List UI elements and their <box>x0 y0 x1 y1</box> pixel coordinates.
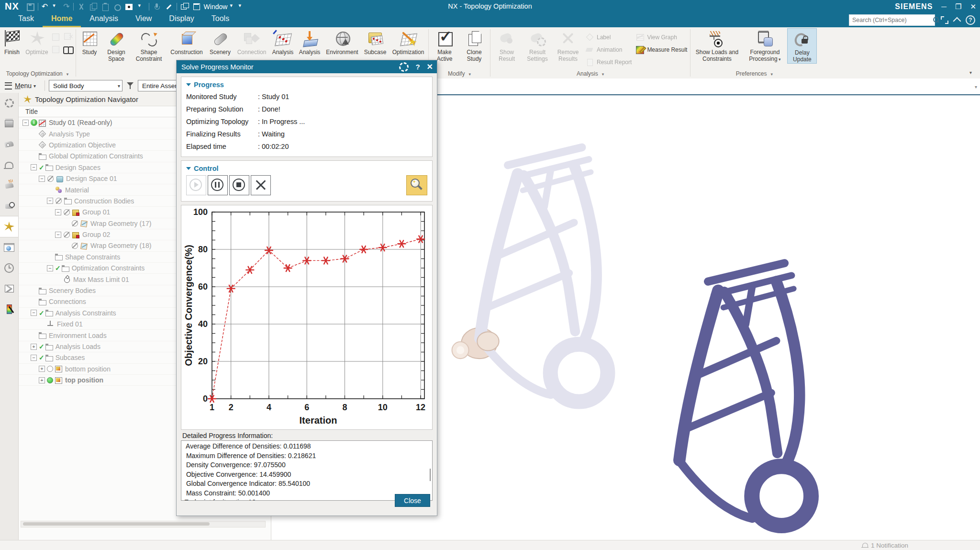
ribbon-group-label[interactable]: Modify▾ <box>430 70 489 79</box>
expand-toggle-icon[interactable]: − <box>47 265 53 271</box>
expand-toggle-icon[interactable]: − <box>31 164 37 170</box>
horizontal-scrollbar[interactable] <box>21 521 266 528</box>
analysis-button[interactable]: Analysis <box>296 28 323 56</box>
design-space-button[interactable]: Design Space <box>102 28 131 63</box>
control-group-header[interactable]: Control <box>186 163 427 174</box>
environment-button[interactable]: Environment <box>323 28 361 56</box>
detailed-progress-info[interactable]: Average Difference of Densities: 0.01169… <box>181 440 433 501</box>
caret-down-icon[interactable] <box>51 2 60 11</box>
close-button[interactable]: Close <box>395 494 430 507</box>
expand-toggle-icon[interactable]: + <box>31 344 37 350</box>
ribbon-group-label[interactable]: Topology Optimization▾ <box>0 70 75 79</box>
history-icon[interactable] <box>0 258 18 278</box>
restore-icon[interactable]: ❐ <box>955 0 961 13</box>
analysis-button[interactable]: Analysis <box>269 28 296 56</box>
tab-display[interactable]: Display <box>160 12 202 27</box>
window-menu[interactable]: Window <box>204 3 228 11</box>
animation-button[interactable]: Animation <box>583 44 634 56</box>
construction-button[interactable]: Construction <box>167 28 206 56</box>
stop-button[interactable] <box>229 175 249 195</box>
menu-button[interactable]: Menu <box>15 82 32 90</box>
color-wand-icon[interactable] <box>0 299 18 319</box>
expand-toggle-icon[interactable]: + <box>39 377 45 383</box>
tab-task[interactable]: Task <box>10 12 43 27</box>
paste-icon[interactable] <box>101 2 110 11</box>
show-result-button[interactable]: Show Result <box>491 28 522 63</box>
expand-toggle-icon[interactable]: + <box>39 366 45 372</box>
tab-analysis[interactable]: Analysis <box>81 12 127 27</box>
shape-constraint-button[interactable]: Shape Constraint <box>131 28 167 63</box>
optimized-result-model[interactable] <box>639 235 830 541</box>
customize-toolbar-icon[interactable] <box>237 2 245 11</box>
help-icon[interactable]: ? <box>966 15 975 25</box>
study-button[interactable]: Study <box>77 28 102 56</box>
notifications-icon[interactable] <box>0 155 18 175</box>
selection-filter-icon[interactable] <box>125 81 135 90</box>
screenshot-icon[interactable] <box>125 2 134 11</box>
expand-toggle-icon[interactable]: − <box>22 120 29 126</box>
redo-icon[interactable]: ↷ <box>63 2 69 11</box>
cascade-window-icon[interactable] <box>180 2 189 11</box>
measure-part-icon[interactable] <box>0 175 18 196</box>
replace-feature-icon[interactable] <box>50 44 61 55</box>
pen-icon[interactable] <box>165 2 173 11</box>
microphone-icon[interactable] <box>153 2 161 11</box>
chevron-down-icon[interactable]: ▾ <box>33 83 36 89</box>
web-browser-icon[interactable] <box>0 237 18 258</box>
copy-icon[interactable] <box>89 2 98 11</box>
command-search[interactable] <box>849 14 935 26</box>
clone-study-button[interactable]: Clone Study <box>459 28 489 63</box>
result-report-button[interactable]: Result Report <box>583 56 634 68</box>
menu-icon[interactable] <box>5 82 12 90</box>
subcase-button[interactable]: Subcase <box>361 28 389 56</box>
tab-home[interactable]: Home <box>43 12 81 27</box>
expand-toggle-icon[interactable]: − <box>31 355 37 361</box>
expand-toggle-icon[interactable]: − <box>47 198 53 204</box>
foreground-processing-button[interactable]: Foreground Processing ▾ <box>742 28 787 63</box>
undo-icon[interactable]: ↶ <box>42 2 48 11</box>
optimize-button[interactable]: Optimize <box>24 28 50 56</box>
scrollbar-thumb[interactable] <box>23 522 210 526</box>
new-window-icon[interactable] <box>192 2 201 11</box>
scenery-button[interactable]: Scenery <box>206 28 234 56</box>
active-radio-icon[interactable] <box>47 377 53 383</box>
dialog-titlebar[interactable]: Solve Progress Monitor ? ✕ <box>177 60 437 73</box>
fullscreen-icon[interactable] <box>941 16 948 24</box>
minimize-icon[interactable]: ─ <box>941 0 947 13</box>
chevron-down-icon[interactable]: ▾ <box>975 84 977 90</box>
delete-feature-icon[interactable] <box>62 31 74 43</box>
connection-button[interactable]: Connection <box>234 28 269 56</box>
cancel-button[interactable] <box>251 175 271 195</box>
topology-navigator-icon[interactable] <box>0 216 18 237</box>
search-input[interactable] <box>849 17 932 23</box>
expand-toggle-icon[interactable]: − <box>55 209 61 215</box>
weld-assistant-icon[interactable] <box>113 2 122 11</box>
progress-group-header[interactable]: Progress <box>186 79 427 90</box>
dialog-help-icon[interactable]: ? <box>415 63 420 71</box>
result-settings-button[interactable]: Result Settings <box>522 28 553 63</box>
dialog-settings-icon[interactable] <box>399 62 409 72</box>
expand-toggle-icon[interactable]: − <box>55 232 61 238</box>
pause-button[interactable] <box>208 175 228 195</box>
scrollbar-thumb[interactable] <box>430 469 431 481</box>
ribbon-group-label[interactable]: Preferences▾ <box>691 70 817 79</box>
cut-icon[interactable] <box>77 2 86 11</box>
optimization-button[interactable]: Optimization <box>389 28 427 56</box>
assembly-icon[interactable] <box>0 113 18 134</box>
remove-results-button[interactable]: Remove Results <box>553 28 583 63</box>
settings-icon[interactable] <box>0 93 18 113</box>
toolbox-icon[interactable] <box>0 278 18 299</box>
dialog-close-icon[interactable]: ✕ <box>427 62 433 71</box>
save-icon[interactable] <box>26 2 34 11</box>
notification-area[interactable]: 1 Notification <box>862 542 908 549</box>
tab-view[interactable]: View <box>127 12 160 27</box>
label-button[interactable]: Label <box>583 31 634 44</box>
close-icon[interactable]: ✕ <box>970 0 976 13</box>
ribbon-options-icon[interactable]: ▾ <box>969 70 972 75</box>
expand-toggle-icon[interactable]: − <box>39 176 45 182</box>
tab-tools[interactable]: Tools <box>203 12 238 27</box>
zoom-display-button[interactable] <box>406 175 427 195</box>
expand-toggle-icon[interactable]: − <box>31 310 37 316</box>
inactive-radio-icon[interactable] <box>47 366 53 372</box>
finish-button[interactable]: Finish <box>0 28 24 56</box>
